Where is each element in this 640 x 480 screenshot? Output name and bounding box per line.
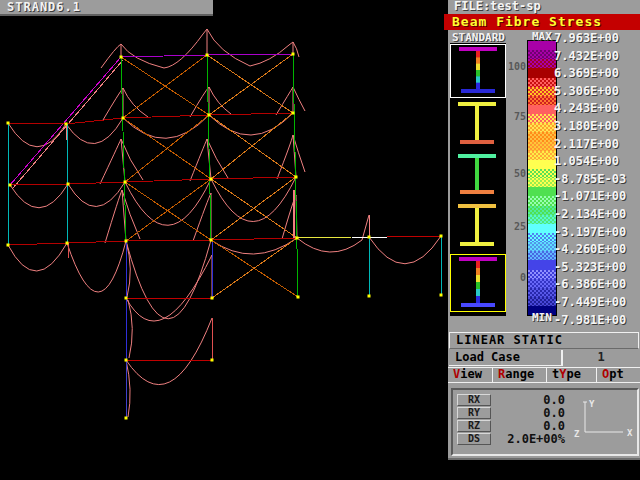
moment-curve [211, 238, 297, 254]
colorbar-band [528, 87, 556, 96]
frame-member [67, 241, 126, 243]
colorbar-band [528, 251, 556, 260]
beam-section-glyph [451, 45, 505, 97]
legend-value: -1.071E+00 [554, 189, 640, 203]
rz-button[interactable]: RZ [457, 420, 491, 432]
colorbar-band [528, 132, 556, 141]
colorbar-band [528, 297, 556, 306]
rz-value: 0.0 [497, 420, 565, 432]
beam-section-thumb[interactable] [450, 44, 506, 98]
moment-curve [277, 135, 296, 179]
frame-member [126, 240, 211, 241]
colorbar-band [528, 215, 556, 224]
colorbar-band [528, 142, 556, 151]
load-case-row: Load Case 1 [449, 350, 639, 366]
legend-value: -7.981E+00 [554, 313, 640, 327]
model-node [7, 244, 10, 247]
load-case-button[interactable]: Load Case [449, 350, 563, 366]
beam-section-thumb[interactable] [450, 202, 506, 252]
moment-curve [190, 139, 211, 181]
moment-curve [289, 42, 293, 54]
legend-value: 5.306E+00 [554, 84, 640, 98]
model-node [125, 297, 128, 300]
model-node [210, 239, 213, 242]
frame-member [125, 115, 209, 182]
legend-value: -6.386E+00 [554, 277, 640, 291]
model-node [122, 117, 125, 120]
model-node [125, 240, 128, 243]
beam-section-thumb[interactable] [450, 100, 506, 150]
legend-value: 3.180E+00 [554, 119, 640, 133]
frame-member [211, 238, 297, 240]
colorbar-band [528, 288, 556, 297]
legend-value: 1.054E+00 [554, 154, 640, 168]
stress-colorbar [527, 40, 557, 316]
model-node [67, 183, 70, 186]
ry-button[interactable]: RY [457, 407, 491, 419]
menu-item-type[interactable]: tYpe [547, 368, 597, 382]
model-node [211, 297, 214, 300]
frame-member [8, 243, 67, 245]
model-node [124, 181, 127, 184]
legend-value: -2.134E+00 [554, 207, 640, 221]
moment-curve [125, 179, 211, 225]
rx-button[interactable]: RX [457, 394, 491, 406]
menu-item-view[interactable]: View [448, 368, 493, 382]
frame-member [68, 182, 125, 184]
moment-curve [8, 243, 67, 271]
frame-member [209, 113, 293, 115]
colorbar-band [528, 96, 556, 105]
panel-body: STANDARD 1007550250 MAX MIN 7.963E+007.4… [448, 30, 640, 460]
colorbar-band [528, 50, 556, 59]
beam-section-thumb[interactable] [450, 254, 506, 312]
model-node [65, 123, 68, 126]
moment-curve [103, 88, 123, 120]
legend-value: -8.785E-03 [554, 172, 640, 186]
moment-curve [66, 118, 123, 144]
app-title: STRAND6.1 [7, 0, 81, 14]
colorbar-band [528, 270, 556, 279]
min-label: MIN [532, 311, 552, 324]
colorbar-band [528, 105, 556, 114]
beam-section-thumb[interactable] [450, 152, 506, 200]
model-node [125, 417, 128, 420]
moment-curve [126, 360, 130, 417]
frame-member [125, 182, 211, 240]
colorbar-band [528, 59, 556, 68]
colorbar-band [528, 123, 556, 132]
percent-tick-label: 25 [514, 221, 526, 232]
moment-curve [121, 34, 203, 68]
legend-value: -5.323E+00 [554, 260, 640, 274]
legend-value: -3.197E+00 [554, 225, 640, 239]
legend-value: 7.432E+00 [554, 49, 640, 63]
moment-curve [126, 255, 212, 321]
moment-curve [101, 44, 121, 68]
menu-item-range[interactable]: Range [493, 368, 547, 382]
menu-item-opt[interactable]: Opt [597, 368, 639, 382]
colorbar-band [528, 233, 556, 242]
frame-member [10, 184, 68, 185]
beam-section-list [450, 43, 506, 316]
beam-section-glyph [451, 255, 505, 311]
ds-button[interactable]: DS [457, 433, 491, 445]
axis-triad: Y Z X [571, 396, 637, 450]
model-node [368, 236, 371, 239]
moment-curve [8, 123, 66, 147]
colorbar-band [528, 169, 556, 178]
model-node [120, 56, 123, 59]
frame-member [211, 177, 296, 240]
axis-x-label: X [627, 428, 633, 438]
model-node [66, 242, 69, 245]
model-node [440, 294, 443, 297]
moment-curve [203, 29, 207, 55]
percent-tick-label: 75 [514, 111, 526, 122]
moment-curve [126, 318, 212, 385]
frame-member [209, 54, 293, 115]
model-viewport[interactable] [0, 0, 448, 480]
colorbar-band [528, 68, 556, 77]
colorbar-band [528, 78, 556, 87]
percent-scale: 1007550250 [506, 30, 527, 330]
colorbar-band [528, 151, 556, 160]
moment-curve [209, 87, 231, 114]
percent-tick-label: 50 [514, 168, 526, 179]
